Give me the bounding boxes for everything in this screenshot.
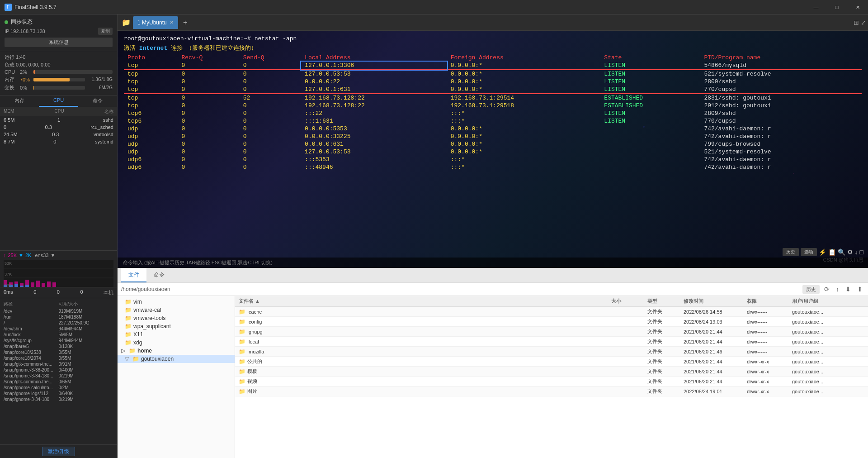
disk-bare: /snap/bare/50/128K xyxy=(4,344,113,349)
svg-rect-10 xyxy=(47,281,51,287)
terminal-subtitle: 激活 Internet 连接 （服务器和已建立连接的） xyxy=(124,44,862,52)
run-time-label: 运行 1:40 xyxy=(5,54,25,61)
network-header: ↑ 25K ▼ 2K ens33 ▼ xyxy=(0,250,117,260)
fb-content: 📁 vim 📁 vmware-caf 📁 vmware-tools 📁 wpa_… xyxy=(118,296,868,458)
folder-icon: 📁 xyxy=(125,331,132,338)
latency-val-1: 0 xyxy=(33,289,36,296)
disk-lock: /run/lock5M/5M xyxy=(4,332,113,338)
tree-item-wpa[interactable]: 📁 wpa_supplicant xyxy=(118,322,235,330)
disk-gtk2: /snap/gtk-common-the...0/65M xyxy=(4,379,113,385)
fullscreen-icon[interactable]: ⤢ xyxy=(861,19,866,26)
fb-download-icon[interactable]: ⬇ xyxy=(844,285,853,294)
process-row-systemd[interactable]: 8.7M0systemd xyxy=(0,138,117,145)
tab-cpu[interactable]: CPU xyxy=(39,95,78,107)
tab-bar: 📁 1 MyUbuntu ✕ + ⊞ ⤢ xyxy=(118,14,868,31)
tree-item-vim[interactable]: 📁 vim xyxy=(118,298,235,306)
mem-label: 内存 xyxy=(5,76,17,83)
tree-item-xdg[interactable]: 📁 xdg xyxy=(118,339,235,347)
latency-machine: 本机 xyxy=(104,289,113,296)
svg-rect-8 xyxy=(36,281,40,287)
sidebar: 同步状态 IP 192.168.73.128 复制 系统信息 运行 1:40 负… xyxy=(0,14,118,458)
netstat-row-7: tcp6 0 0 :::22 :::* LISTEN 2809/sshd xyxy=(124,110,862,117)
disk-gtk1: /snap/gtk-common-the...0/91M xyxy=(4,361,113,367)
file-row-config[interactable]: 📁.config 文件夹 2022/08/24 19:03 drwx------… xyxy=(235,317,868,327)
folder-icon: 📁 xyxy=(125,299,132,305)
file-row-videos[interactable]: 📁视频 文件夹 2021/06/20 21:44 drwxr-xr-x gout… xyxy=(235,377,868,386)
fb-refresh-icon[interactable]: ⟳ xyxy=(822,285,831,294)
fb-upload-icon[interactable]: ⬆ xyxy=(855,285,864,294)
net-dn-label: 2K xyxy=(25,253,31,258)
folder-icon: 📁 xyxy=(239,358,245,365)
netstat-row-5: tcp 0 52 192.168.73.128:22 192.168.73.1:… xyxy=(124,94,862,102)
copy-ip-button[interactable]: 复制 xyxy=(98,28,113,35)
mem-bar-bg xyxy=(33,78,85,81)
net-graph: 53K37K18K xyxy=(4,260,113,287)
file-row-gnupg[interactable]: 📁.gnupg 文件夹 2021/06/20 21:44 drwx------ … xyxy=(235,327,868,337)
tree-item-x11[interactable]: 📁 X11 xyxy=(118,330,235,339)
activate-button[interactable]: 激活/升级 xyxy=(42,447,75,456)
netstat-row-4: tcp 0 0 127.0.0.1:631 0.0.0.0:* LISTEN 7… xyxy=(124,86,862,94)
folder-icon: 📁 xyxy=(239,339,245,345)
swap-size: 6M/2G xyxy=(88,85,113,90)
disk-core18-2: /snap/core18/20740/55M xyxy=(4,355,113,361)
app-title: FinalShell 3.9.5.7 xyxy=(14,4,57,10)
tab-cmd[interactable]: 命令 xyxy=(78,95,117,107)
process-row-sshd[interactable]: 6.5M1sshd xyxy=(0,116,117,124)
netstat-row-10: udp 0 0 0.0.0.0:33225 0.0.0.0:* 742/avah… xyxy=(124,133,862,140)
process-row-vmtools[interactable]: 24.5M0.3vmtoolsd xyxy=(0,131,117,138)
cpu-label: CPU xyxy=(5,69,17,75)
cpu-bar-bg xyxy=(33,70,113,74)
tree-item-goutouxiaoen[interactable]: ▽ 📁 goutouxiaoen xyxy=(118,355,235,363)
fb-tree: 📁 vim 📁 vmware-caf 📁 vmware-tools 📁 wpa_… xyxy=(118,296,235,458)
tab-mem[interactable]: 内存 xyxy=(0,95,39,107)
file-row-cache[interactable]: 📁.cache 文件夹 2022/08/26 14:58 drwx------ … xyxy=(235,307,868,317)
grid-layout-icon[interactable]: ⊞ xyxy=(854,19,859,26)
fb-list: 文件名 ▲ 大小 类型 修改时间 权限 用户/用户组 📁.cache 文件夹 2… xyxy=(235,296,868,458)
folder-icon[interactable]: 📁 xyxy=(119,16,133,29)
file-row-local[interactable]: 📁.local 文件夹 2021/06/20 21:44 drwx------ … xyxy=(235,337,868,347)
file-row-public[interactable]: 📁公共的 文件夹 2021/06/20 21:44 drwxr-xr-x gou… xyxy=(235,357,868,367)
net-up-label: 25K xyxy=(8,253,17,258)
fb-tab-files[interactable]: 文件 xyxy=(121,268,146,282)
disk-section: 路径 可用/大小 /dev919M/919M /run187M/188M /22… xyxy=(0,298,117,445)
cpu-value: 2% xyxy=(20,69,31,75)
netstat-row-13: udp6 0 0 :::5353 :::* 742/avahi-daemon: … xyxy=(124,156,862,163)
add-tab-button[interactable]: + xyxy=(179,16,192,29)
svg-rect-14 xyxy=(14,284,18,287)
process-row-rcu[interactable]: 00.3rcu_sched xyxy=(0,124,117,131)
fb-toolbar: /home/goutouxiaoen 历史 ⟳ ↑ ⬇ ⬆ xyxy=(118,283,868,296)
swap-bar-bg xyxy=(33,86,85,90)
file-row-pictures[interactable]: 📁图片 文件夹 2022/08/24 19:01 drwxr-xr-x gout… xyxy=(235,386,868,396)
file-row-templates[interactable]: 📁模板 文件夹 2021/06/20 21:44 drwxr-xr-x gout… xyxy=(235,367,868,377)
sysinfo-button[interactable]: 系统信息 xyxy=(5,38,113,47)
net-up-icon: ↑ xyxy=(4,253,6,258)
latency-val-2: 0 xyxy=(57,289,60,296)
svg-rect-9 xyxy=(42,283,45,287)
tree-item-vmware-tools[interactable]: 📁 vmware-tools xyxy=(118,314,235,322)
fb-tab-commands[interactable]: 命令 xyxy=(146,268,172,282)
netstat-row-1: tcp 0 0 127.0.0.1:3306 0.0.0.0:* LISTEN … xyxy=(124,62,862,70)
disk-gnome34-1: /snap/gnome-3-34-180...0/219M xyxy=(4,373,113,379)
tree-item-vmware-caf[interactable]: 📁 vmware-caf xyxy=(118,306,235,314)
tab-myubuntu[interactable]: 1 MyUbuntu ✕ xyxy=(133,16,178,29)
minimize-button[interactable]: — xyxy=(806,0,826,14)
folder-icon: 📁 xyxy=(125,323,132,329)
fb-tab-bar: 文件 命令 xyxy=(118,268,868,283)
sync-label: 同步状态 xyxy=(11,18,33,26)
titlebar: F FinalShell 3.9.5.7 — □ ✕ xyxy=(0,0,868,14)
tab-close-icon[interactable]: ✕ xyxy=(170,19,174,25)
fb-history-button[interactable]: 历史 xyxy=(802,285,820,294)
close-button[interactable]: ✕ xyxy=(847,0,868,14)
netstat-row-14: udp6 0 0 :::48946 :::* 742/avahi-daemon:… xyxy=(124,163,862,171)
sidebar-bottom: 激活/升级 xyxy=(0,444,117,458)
fb-up-icon[interactable]: ↑ xyxy=(834,285,841,294)
folder-icon: 📁 xyxy=(125,315,132,321)
netstat-row-6: tcp 0 0 192.168.73.128:22 192.168.73.1:2… xyxy=(124,102,862,110)
process-table: MEM CPU 名称 6.5M1sshd 00.3rcu_sched 24.5M… xyxy=(0,107,117,250)
file-row-mozilla[interactable]: 📁.mozilla 文件夹 2021/06/20 21:46 drwx-----… xyxy=(235,347,868,357)
load-label: 负载 0.00, 0.00, 0.00 xyxy=(5,62,51,68)
netstat-row-2: tcp 0 0 127.0.0.53:53 0.0.0.0:* LISTEN 5… xyxy=(124,70,862,78)
maximize-button[interactable]: □ xyxy=(826,0,847,14)
tree-item-home[interactable]: ▷ 📁 home xyxy=(118,347,235,355)
folder-icon: 📁 xyxy=(239,319,245,325)
